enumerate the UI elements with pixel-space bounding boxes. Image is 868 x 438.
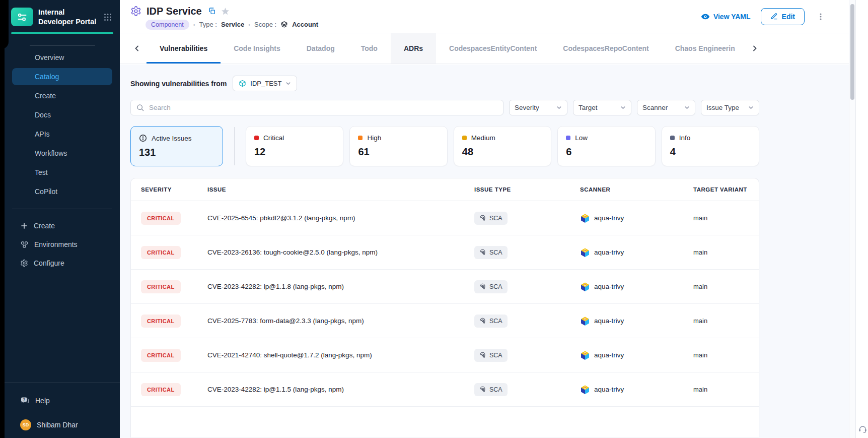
sidebar-action-environments[interactable]: Environments [12,236,112,253]
tab-codespaces-entity-content[interactable]: CodespacesEntityContent [436,33,550,64]
high-card[interactable]: High 61 [349,126,447,166]
scrollbar-thumb[interactable] [850,4,854,100]
app-logo[interactable] [11,8,33,26]
table-row-partial [131,407,759,437]
sidebar-item-catalog[interactable]: Catalog [12,68,112,85]
left-black-notch [0,0,9,49]
severity-badge: CRITICAL [141,280,181,293]
dot-separator: • [193,22,195,28]
column-severity: SEVERITY [141,186,207,193]
sidebar-action-create[interactable]: Create [12,218,112,234]
sidebar-footer: ? Help SD Shibam Dhar [5,383,120,438]
page-title: IDP Service [147,6,202,17]
medium-card[interactable]: Medium 48 [454,126,551,166]
target-filter[interactable]: Target [573,100,631,115]
project-select[interactable]: IDP_TEST [233,76,297,91]
tab-content: Showing vulnerabilities from IDP_TEST [120,65,849,438]
tabs-scroll-left-button[interactable] [130,42,143,55]
sidebar-item-overview[interactable]: Overview [12,49,112,66]
info-card[interactable]: Info 4 [662,126,759,166]
search-input[interactable] [148,103,497,112]
info-bullet [670,136,675,140]
sidebar-item-workflows[interactable]: Workflows [12,145,112,162]
sidebar-item-test[interactable]: Test [12,164,112,181]
tab-code-insights[interactable]: Code Insights [221,33,294,64]
active-issues-card[interactable]: Active Issues 131 [130,126,223,166]
project-value: IDP_TEST [250,80,281,87]
chevron-down-icon [620,105,626,110]
table-row[interactable]: CRITICAL CVE-2025-7783: form-data@2.3.3 … [131,304,759,338]
table-row[interactable]: CRITICAL CVE-2021-42740: shell-quote@1.7… [131,338,759,372]
severity-filter[interactable]: Severity [509,100,567,115]
showing-label: Showing vulnerabilities from [130,80,227,88]
search-box [130,100,503,115]
tab-chaos-engineering[interactable]: Chaos Engineerin [662,33,748,64]
help-button[interactable]: ? Help [5,394,120,407]
tab-vulnerabilities[interactable]: Vulnerabilities [147,33,221,64]
brand-accent-bar [11,32,113,34]
low-card[interactable]: Low 6 [557,126,655,166]
edit-button[interactable]: Edit [761,8,805,25]
fingerprint-icon [479,215,486,221]
sidebar-item-copilot[interactable]: CoPilot [12,183,112,200]
table-row[interactable]: CRITICAL CVE-2023-26136: tough-cookie@2.… [131,235,759,270]
scanner-name: aqua-trivy [594,317,624,325]
tab-todo[interactable]: Todo [348,33,391,64]
issue-text: CVE-2023-42282: ip@1.1.8 (lang-pkgs, npm… [207,283,474,290]
column-target-variant: TARGET VARIANT [693,186,749,193]
scanner-filter[interactable]: Scanner [637,100,695,115]
support-button[interactable] [858,424,867,433]
severity-badge: CRITICAL [141,315,181,328]
card-label: High [367,134,381,142]
sidebar: Internal Developer Portal Overview Catal… [5,0,120,438]
sidebar-item-docs[interactable]: Docs [12,106,112,123]
scrollbar-track[interactable] [849,0,855,438]
severity-badge: CRITICAL [141,212,181,225]
critical-card[interactable]: Critical 12 [246,126,343,166]
tabs-scroll-right-button[interactable] [748,42,761,55]
table-row[interactable]: CRITICAL CVE-2023-42282: ip@1.1.8 (lang-… [131,270,759,304]
tab-datadog[interactable]: Datadog [294,33,348,64]
chevron-down-icon [556,105,562,110]
copy-icon[interactable] [208,7,216,15]
star-icon[interactable] [221,7,230,16]
table-row[interactable]: CRITICAL CVE-2023-42282: ip@1.1.5 (lang-… [131,372,759,407]
service-gear-icon [130,6,141,17]
sidebar-item-apis[interactable]: APIs [12,126,112,143]
card-label: Low [575,134,588,142]
scanner-cell: aqua-trivy [580,247,693,258]
aqua-trivy-icon [580,385,590,395]
scanner-name: aqua-trivy [594,214,624,222]
help-label: Help [35,397,50,405]
view-yaml-button[interactable]: View YAML [701,13,751,21]
issue-text: CVE-2025-7783: form-data@2.3.3 (lang-pkg… [207,317,474,325]
card-label: Critical [263,134,284,142]
sidebar-item-create[interactable]: Create [12,87,112,104]
configure-gear-icon [20,259,28,267]
more-options-button[interactable] [815,11,827,23]
aqua-trivy-icon [580,213,590,223]
column-scanner: SCANNER [580,186,693,193]
scope-label: Scope : [254,21,276,28]
tab-adrs[interactable]: ADRs [391,33,436,64]
scanner-name: aqua-trivy [594,248,624,256]
table-row[interactable]: CRITICAL CVE-2025-6545: pbkdf2@3.1.2 (la… [131,201,759,235]
scanner-cell: aqua-trivy [580,213,693,223]
sidebar-action-configure[interactable]: Configure [12,255,112,272]
scanner-cell: aqua-trivy [580,350,693,360]
critical-count: 12 [254,146,335,158]
issue-type-chip: SCA [474,349,508,362]
app-switcher-button[interactable] [102,12,113,23]
tab-codespaces-repo-content[interactable]: CodespacesRepoContent [550,33,662,64]
fingerprint-icon [479,283,486,290]
issue-type-filter[interactable]: Issue Type [701,100,759,115]
cube-icon [239,80,246,87]
action-label: Create [34,222,55,230]
target-variant: main [693,214,749,222]
chevron-right-icon [751,45,758,52]
card-label: Active Issues [152,135,192,142]
user-menu[interactable]: SD Shibam Dhar [5,418,120,431]
help-chat-icon: ? [20,397,30,405]
column-issue: ISSUE [207,186,474,193]
issue-type-chip: SCA [474,246,508,259]
